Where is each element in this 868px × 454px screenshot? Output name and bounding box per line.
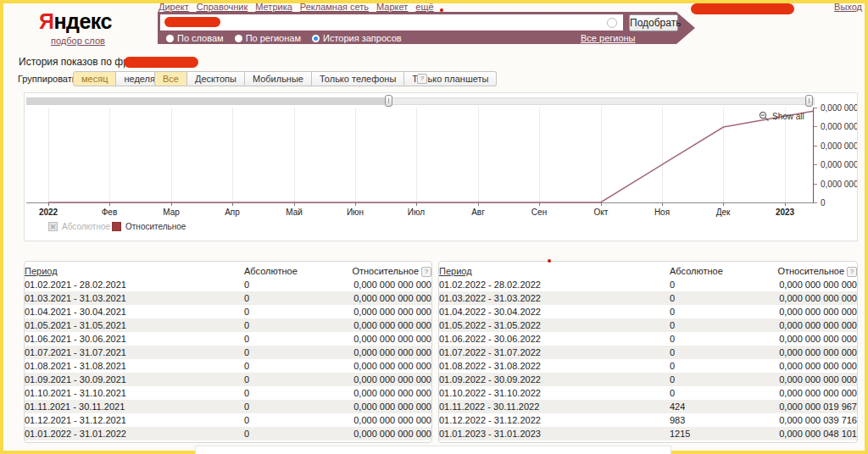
relative-cell: 0,000 000 000 000 bbox=[337, 305, 431, 318]
x-axis-line bbox=[26, 202, 813, 203]
x-tick-label: Май bbox=[264, 208, 324, 217]
nav-link-1[interactable]: Директ bbox=[159, 2, 189, 12]
period-cell: 01.05.2021 - 31.05.2021 bbox=[25, 318, 244, 332]
gridline bbox=[601, 108, 602, 202]
relative-cell: 0,000 000 000 000 bbox=[337, 413, 431, 427]
relative-cell: 0,000 000 000 000 bbox=[763, 332, 857, 346]
x-tick-label: 2022 bbox=[24, 208, 78, 217]
gridline bbox=[539, 108, 540, 202]
device-tab-2[interactable]: Десктопы bbox=[187, 71, 245, 86]
y-tick bbox=[813, 202, 817, 203]
relative-cell: 0,000 000 000 000 bbox=[337, 400, 431, 413]
device-tab-1[interactable]: Все bbox=[154, 71, 187, 86]
table-row: 01.11.2022 - 30.11.20224240,000 000 019 … bbox=[439, 400, 857, 413]
top-nav: ДиректСправочникМетрикаРекламная сетьМар… bbox=[159, 2, 442, 12]
logo-letter-ya: Я bbox=[39, 9, 53, 33]
legend-relative[interactable]: Относительное bbox=[112, 222, 186, 231]
search-mode-label: По регионам bbox=[246, 33, 301, 43]
absolute-cell: 0 bbox=[670, 346, 675, 359]
yandex-logo[interactable]: Яндекс bbox=[39, 9, 112, 34]
relative-cell: 0,000 000 000 000 bbox=[763, 386, 857, 400]
range-handle-left[interactable] bbox=[385, 95, 392, 107]
period-cell: 01.08.2022 - 31.08.2022 bbox=[439, 359, 670, 373]
period-cell: 01.05.2022 - 31.05.2022 bbox=[439, 318, 670, 332]
relative-cell: 0,000 000 000 000 bbox=[763, 318, 857, 332]
search-input[interactable] bbox=[160, 14, 623, 30]
nav-link-5[interactable]: Маркет bbox=[376, 2, 408, 12]
y-tick-label: 0,000 000 02 bbox=[821, 160, 858, 169]
x-tick-label: Окт bbox=[571, 208, 631, 217]
range-handle-right[interactable] bbox=[805, 95, 813, 107]
table-row: 01.09.2022 - 30.09.202200,000 000 000 00… bbox=[439, 373, 857, 386]
bottom-cutoff-box bbox=[195, 446, 671, 454]
redacted-query bbox=[164, 17, 220, 27]
x-tick-label: Ноя bbox=[632, 208, 692, 217]
table-row: 01.08.2022 - 31.08.202200,000 000 000 00… bbox=[439, 359, 857, 373]
x-tick-label: Июл bbox=[387, 208, 446, 217]
radio-icon bbox=[166, 35, 174, 42]
nav-link-2[interactable]: Справочник bbox=[197, 2, 248, 12]
table-header-row: Период Абсолютное Относительное? bbox=[439, 264, 857, 278]
table-row: 01.01.2023 - 31.01.202312150,000 000 048… bbox=[439, 427, 857, 440]
radio-icon bbox=[235, 35, 242, 42]
relative-cell: 0,000 000 000 000 bbox=[337, 346, 431, 359]
absolute-cell: 0 bbox=[670, 318, 675, 332]
period-cell: 01.09.2021 - 30.09.2021 bbox=[25, 373, 244, 386]
period-cell: 01.12.2022 - 31.12.2022 bbox=[439, 413, 670, 427]
help-icon[interactable]: ? bbox=[417, 74, 427, 84]
absolute-cell: 0 bbox=[244, 359, 249, 373]
gridline bbox=[232, 108, 233, 202]
gridline bbox=[171, 108, 172, 202]
relative-header: Относительное bbox=[352, 266, 419, 276]
all-regions-link[interactable]: Все регионы bbox=[581, 33, 636, 43]
absolute-cell: 0 bbox=[244, 332, 249, 346]
relative-cell: 0,000 000 019 967 bbox=[763, 400, 857, 413]
find-button[interactable]: Подобрать bbox=[629, 14, 678, 31]
table-row: 01.09.2021 - 30.09.202100,000 000 000 00… bbox=[25, 373, 431, 386]
nav-link-4[interactable]: Рекламная сеть bbox=[300, 2, 369, 12]
period-sort-header[interactable]: Период bbox=[439, 266, 472, 276]
y-tick-label: 0,000 000 05 bbox=[821, 103, 858, 113]
period-cell: 01.07.2021 - 31.07.2021 bbox=[25, 346, 244, 359]
relative-cell: 0,000 000 048 101 bbox=[763, 427, 857, 440]
legend-absolute[interactable]: ✕ Абсолютное bbox=[48, 222, 110, 231]
table-row: 01.10.2021 - 31.10.202100,000 000 000 00… bbox=[25, 386, 431, 400]
period-sort-header[interactable]: Период bbox=[25, 266, 58, 276]
gridline bbox=[48, 108, 49, 202]
absolute-cell: 0 bbox=[244, 427, 249, 440]
table-row: 01.12.2022 - 31.12.20229830,000 000 039 … bbox=[439, 413, 857, 427]
absolute-cell: 424 bbox=[670, 400, 685, 413]
help-icon[interactable]: ? bbox=[847, 267, 857, 277]
help-icon[interactable]: ? bbox=[421, 267, 431, 277]
table-row: 01.07.2021 - 31.07.202100,000 000 000 00… bbox=[25, 346, 431, 359]
relative-cell: 0,000 000 000 000 bbox=[337, 278, 431, 291]
nav-link-3[interactable]: Метрика bbox=[255, 2, 292, 12]
search-mode-1[interactable]: По словам bbox=[166, 33, 224, 43]
disabled-checkbox-icon: ✕ bbox=[48, 222, 58, 231]
table-body-right: 01.02.2022 - 28.02.202200,000 000 000 00… bbox=[439, 278, 857, 440]
device-tab-4[interactable]: Только телефоны bbox=[312, 71, 404, 86]
x-tick-label: Авг bbox=[448, 208, 508, 217]
device-tab-3[interactable]: Мобильные bbox=[245, 71, 312, 86]
table-row: 01.05.2021 - 31.05.202100,000 000 000 00… bbox=[25, 318, 431, 332]
search-mode-3[interactable]: История запросов bbox=[312, 33, 402, 43]
show-all-control[interactable]: Show all bbox=[759, 111, 804, 122]
table-row: 01.05.2022 - 31.05.202200,000 000 000 00… bbox=[439, 318, 857, 332]
relative-cell: 0,000 000 000 000 bbox=[337, 427, 431, 440]
clear-input-icon[interactable] bbox=[607, 18, 617, 28]
table-row: 01.06.2021 - 30.06.202100,000 000 000 00… bbox=[25, 332, 431, 346]
relative-cell: 0,000 000 000 000 bbox=[337, 291, 431, 305]
gridline bbox=[723, 108, 724, 202]
search-mode-2[interactable]: По регионам bbox=[235, 33, 301, 43]
period-cell: 01.01.2022 - 31.01.2022 bbox=[25, 427, 244, 440]
absolute-cell: 0 bbox=[244, 386, 249, 400]
gridline bbox=[662, 108, 663, 202]
period-cell: 01.11.2021 - 30.11.2021 bbox=[25, 400, 244, 413]
absolute-cell: 0 bbox=[670, 291, 675, 305]
group-option-1[interactable]: месяц bbox=[73, 71, 116, 86]
logo-rest: ндекс bbox=[53, 9, 111, 33]
absolute-cell: 0 bbox=[670, 332, 675, 346]
nav-link-6[interactable]: ещё bbox=[415, 2, 433, 12]
wordstat-home-link[interactable]: подбор слов bbox=[51, 36, 105, 46]
logout-link[interactable]: Выход bbox=[834, 2, 862, 12]
